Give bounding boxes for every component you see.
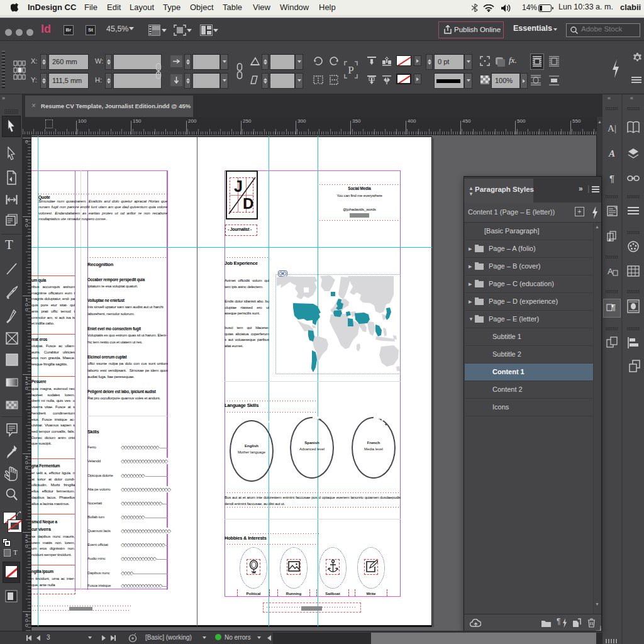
svg-text:P: P (348, 64, 353, 76)
svg-text:A: A (608, 267, 613, 276)
